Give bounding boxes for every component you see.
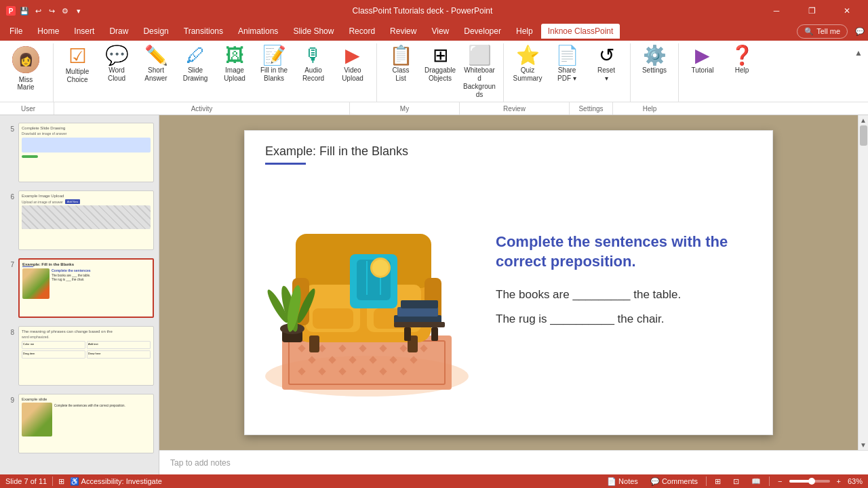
menu-classpoint[interactable]: Inknoe ClassPoint bbox=[541, 24, 620, 39]
menu-draw[interactable]: Draw bbox=[102, 24, 135, 39]
slide-drawing-btn[interactable]: 🖊 SlideDrawing bbox=[177, 43, 214, 92]
short-answer-btn[interactable]: ✏️ ShortAnswer bbox=[138, 43, 174, 92]
status-bar: Slide 7 of 11 ⊞ ♿ Accessibility: Investi… bbox=[0, 474, 868, 488]
comments-btn[interactable]: 💬 Comments bbox=[646, 476, 702, 487]
slide-text-area: Complete the sentences with the correct … bbox=[489, 173, 759, 396]
fill-blanks-btn[interactable]: 📝 Fill in theBlanks bbox=[256, 43, 292, 92]
multiple-choice-btn[interactable]: ☑ MultipleChoice bbox=[59, 43, 96, 92]
help-btn[interactable]: ❓ Help bbox=[724, 43, 760, 92]
menu-transitions[interactable]: Transitions bbox=[177, 24, 230, 39]
class-list-btn[interactable]: 📋 ClassList bbox=[382, 43, 419, 92]
minimize-btn[interactable]: ─ bbox=[761, 0, 792, 22]
zoom-in-btn[interactable]: + bbox=[833, 476, 845, 486]
menu-design[interactable]: Design bbox=[136, 24, 175, 39]
right-scrollbar[interactable]: ▲ ▼ bbox=[858, 115, 868, 450]
menu-view[interactable]: View bbox=[425, 24, 456, 39]
share-pdf-btn[interactable]: 📄 SharePDF ▾ bbox=[549, 43, 585, 92]
slide-thumb-9[interactable]: 9 Example slide Complete the sentences w… bbox=[3, 392, 156, 455]
svg-rect-28 bbox=[313, 308, 353, 329]
menu-help[interactable]: Help bbox=[509, 24, 540, 39]
menu-animations[interactable]: Animations bbox=[231, 24, 285, 39]
zoom-slider[interactable] bbox=[789, 480, 830, 483]
menu-insert[interactable]: Insert bbox=[67, 24, 101, 39]
class-list-label: ClassList bbox=[392, 66, 409, 83]
menu-review[interactable]: Review bbox=[383, 24, 423, 39]
slide-thumb-7[interactable]: 7 Example: Fill in the Blanks Complete t… bbox=[3, 256, 156, 320]
slide-num-7: 7 bbox=[5, 261, 14, 268]
menu-slideshow[interactable]: Slide Show bbox=[286, 24, 340, 39]
user-name-label: MissMarie bbox=[17, 76, 34, 91]
room-svg bbox=[262, 173, 472, 396]
image-upload-btn[interactable]: 🖼 ImageUpload bbox=[216, 43, 253, 92]
slide-thumb-5[interactable]: 5 Complete Slide Drawing Draw/add an ima… bbox=[3, 121, 156, 184]
reset-btn[interactable]: ↺ Reset▾ bbox=[588, 43, 625, 92]
ribbon-user-items: 👩 MissMarie bbox=[5, 43, 46, 102]
view-slide-btn[interactable]: ⊡ bbox=[729, 476, 743, 487]
ribbon-label-my: My bbox=[350, 102, 460, 115]
tell-me-label: Tell me bbox=[816, 27, 840, 35]
notes-icon: 📄 bbox=[607, 477, 616, 485]
save-quick-btn[interactable]: 💾 bbox=[19, 5, 30, 16]
zoom-handle[interactable] bbox=[808, 478, 815, 485]
collapse-ribbon-btn[interactable]: ▲ bbox=[852, 46, 865, 60]
scroll-up-arrow[interactable]: ▲ bbox=[859, 115, 869, 125]
zoom-out-btn[interactable]: − bbox=[774, 476, 786, 486]
comments-icon-menu[interactable]: 💬 bbox=[854, 26, 865, 37]
menu-developer[interactable]: Developer bbox=[457, 24, 508, 39]
menu-file[interactable]: File bbox=[3, 24, 29, 39]
slide-num-8: 8 bbox=[5, 329, 14, 336]
restore-btn[interactable]: ❐ bbox=[796, 0, 827, 22]
ribbon-activity-items: ☑ MultipleChoice 💬 WordCloud ✏️ ShortAns… bbox=[59, 43, 371, 102]
short-answer-label: ShortAnswer bbox=[144, 66, 167, 83]
redo-btn[interactable]: ↪ bbox=[46, 5, 57, 16]
accessibility-icon: ♿ bbox=[70, 477, 79, 485]
quiz-summary-btn[interactable]: ⭐ QuizSummary bbox=[509, 43, 546, 92]
quiz-summary-label: QuizSummary bbox=[513, 66, 542, 83]
ribbon: 👩 MissMarie ☑ MultipleChoice 💬 WordCloud… bbox=[0, 41, 868, 115]
word-cloud-btn[interactable]: 💬 WordCloud bbox=[98, 43, 135, 92]
slide-num-6: 6 bbox=[5, 193, 14, 201]
audio-record-btn[interactable]: 🎙 AudioRecord bbox=[295, 43, 332, 92]
scroll-down-arrow[interactable]: ▼ bbox=[859, 440, 869, 450]
svg-rect-3 bbox=[282, 336, 452, 390]
ribbon-settings-items: ⚙️ Settings bbox=[636, 43, 673, 102]
ribbon-my-items: 📋 ClassList ⊞ DraggableObjects ⬜ Whitebo… bbox=[382, 43, 498, 102]
whiteboard-btn[interactable]: ⬜ WhiteboardBackgrounds bbox=[461, 43, 498, 102]
slide-thumb-6[interactable]: 6 Example Image Upload Upload an image o… bbox=[3, 188, 156, 252]
share-pdf-icon: 📄 bbox=[555, 46, 579, 65]
more-btn[interactable]: ▾ bbox=[73, 5, 84, 16]
slide-6-content: Example Image Upload Upload an image of … bbox=[19, 191, 153, 249]
menu-record[interactable]: Record bbox=[342, 24, 382, 39]
undo-btn[interactable]: ↩ bbox=[33, 5, 43, 16]
settings-btn[interactable]: ⚙️ Settings bbox=[636, 43, 673, 92]
view-reading-btn[interactable]: 📖 bbox=[747, 476, 765, 487]
scroll-thumb[interactable] bbox=[860, 125, 867, 146]
main-area: 5 Complete Slide Drawing Draw/add an ima… bbox=[0, 115, 868, 474]
notes-bar[interactable]: Tap to add notes bbox=[159, 450, 868, 474]
close-btn[interactable]: ✕ bbox=[831, 0, 863, 22]
slide-img-8: The meaning of phrases can change based … bbox=[18, 326, 154, 386]
slide-drawing-label: SlideDrawing bbox=[183, 66, 208, 83]
slide-num-9: 9 bbox=[5, 396, 14, 404]
image-upload-icon: 🖼 bbox=[225, 46, 244, 65]
class-list-icon: 📋 bbox=[389, 46, 413, 65]
window-controls: ─ ❐ ✕ bbox=[761, 0, 863, 22]
tell-me-box[interactable]: 🔍 Tell me bbox=[797, 24, 848, 39]
accessibility-btn[interactable]: ♿ Accessibility: Investigate bbox=[70, 477, 162, 486]
menu-home[interactable]: Home bbox=[31, 24, 66, 39]
slide-img-5: Complete Slide Drawing Draw/add an image… bbox=[18, 123, 154, 182]
draggable-objects-btn[interactable]: ⊞ DraggableObjects bbox=[422, 43, 458, 92]
app-icon: P bbox=[5, 5, 16, 16]
ribbon-review-items: ⭐ QuizSummary 📄 SharePDF ▾ ↺ Reset▾ bbox=[509, 43, 625, 102]
help-icon: ❓ bbox=[730, 46, 754, 65]
view-normal-btn[interactable]: ⊞ bbox=[711, 476, 725, 487]
svg-rect-32 bbox=[309, 336, 319, 352]
video-upload-btn[interactable]: ▶ VideoUpload bbox=[334, 43, 371, 92]
slide-img-9: Example slide Complete the sentences wit… bbox=[18, 394, 154, 453]
slide-thumb-8[interactable]: 8 The meaning of phrases can change base… bbox=[3, 324, 156, 388]
share-pdf-label: SharePDF ▾ bbox=[557, 66, 576, 83]
customize-btn[interactable]: ⚙ bbox=[60, 5, 71, 16]
tutorial-btn[interactable]: ▶ Tutorial bbox=[684, 43, 721, 92]
user-avatar-btn[interactable]: 👩 MissMarie bbox=[5, 43, 46, 94]
notes-btn[interactable]: 📄 Notes bbox=[603, 476, 642, 487]
